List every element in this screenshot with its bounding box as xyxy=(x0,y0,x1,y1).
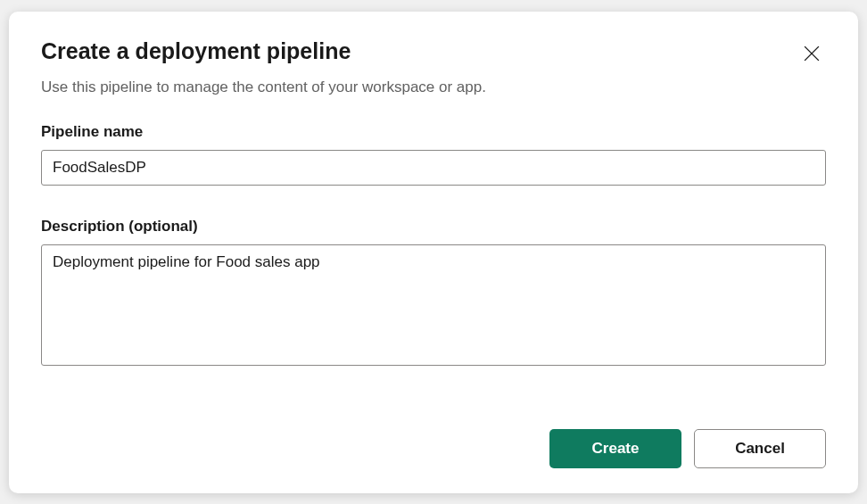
cancel-button[interactable]: Cancel xyxy=(694,429,826,468)
create-pipeline-dialog: Create a deployment pipeline Use this pi… xyxy=(9,12,858,493)
description-label: Description (optional) xyxy=(41,218,826,235)
pipeline-name-label: Pipeline name xyxy=(41,123,826,141)
dialog-title: Create a deployment pipeline xyxy=(41,38,826,64)
pipeline-name-input[interactable] xyxy=(41,150,826,186)
description-input[interactable]: Deployment pipeline for Food sales app xyxy=(41,244,826,366)
close-icon xyxy=(804,45,820,66)
create-button[interactable]: Create xyxy=(549,429,681,468)
dialog-footer: Create Cancel xyxy=(41,429,826,468)
close-button[interactable] xyxy=(799,44,824,69)
dialog-subtitle: Use this pipeline to manage the content … xyxy=(41,78,826,96)
